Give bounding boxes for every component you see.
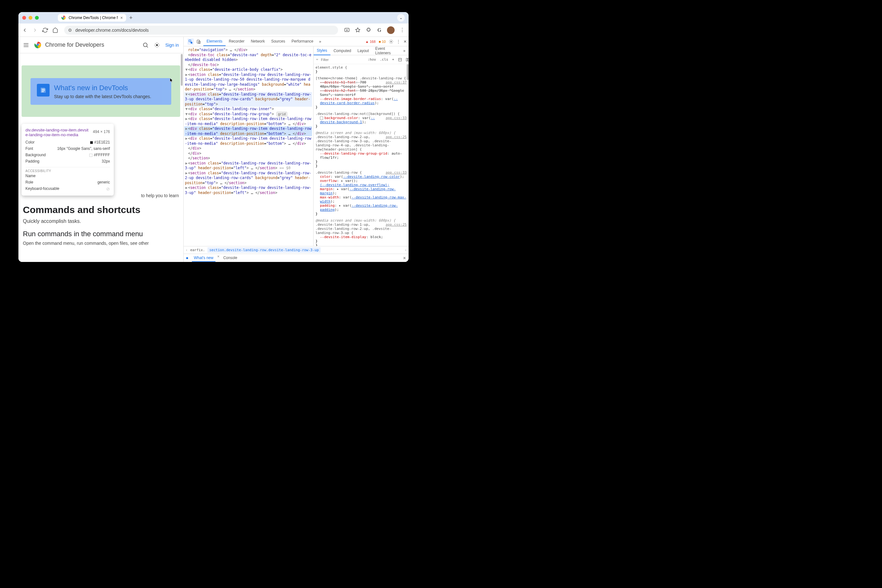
inspector-tooltip: div.devsite-landing-row-item.devsite-lan… <box>22 124 114 196</box>
styles-filter-row: ⫧ :hov .cls + <box>314 55 409 64</box>
styles-more-tabs-icon[interactable]: » <box>400 46 409 55</box>
site-brand[interactable]: Chrome for Developers <box>34 41 104 49</box>
google-account-icon[interactable]: G <box>376 27 383 33</box>
svg-rect-15 <box>406 58 407 61</box>
devtools-tab-recorder[interactable]: Recorder <box>225 37 248 46</box>
menu-icon[interactable]: ⋮ <box>399 27 406 33</box>
tabs-dropdown-button[interactable]: ⌄ <box>397 14 405 22</box>
breadcrumb-prev[interactable]: earfix. <box>188 248 207 253</box>
whatsnew-subtitle: Stay up to date with the latest DevTools… <box>54 94 151 99</box>
dom-node[interactable]: ▶<section class="devsite-landing-row dev… <box>184 161 312 171</box>
search-icon[interactable] <box>142 42 149 48</box>
styles-tab-computed[interactable]: Computed <box>331 46 354 55</box>
styles-rules[interactable]: element.style {}[theme=chrome-theme] .de… <box>314 64 409 246</box>
rendering-icon[interactable] <box>405 57 409 62</box>
tooltip-selector: div.devsite-landing-row-item.devsite-lan… <box>26 128 89 137</box>
tt-font-label: Font <box>26 146 33 151</box>
elements-breadcrumb: ‹ earfix. section.devsite-landing-row.de… <box>184 246 409 254</box>
whatsnew-card[interactable]: What's new in DevTools Stay up to date w… <box>22 65 180 117</box>
elements-tree[interactable]: role="navigation"> … </div> <devsite-toc… <box>184 46 313 246</box>
dom-node[interactable]: ▶<section class="devsite-landing-row dev… <box>184 72 312 92</box>
devtools-tab-sources[interactable]: Sources <box>268 37 288 46</box>
maximize-window-button[interactable] <box>35 16 39 20</box>
extensions-icon[interactable] <box>365 27 372 33</box>
drawer-tab-what-s-new[interactable]: What's new <box>192 254 215 262</box>
document-icon <box>37 84 50 96</box>
dom-node[interactable]: ▶<div class="devsite-landing-row-item de… <box>184 126 312 136</box>
back-button[interactable] <box>22 27 28 33</box>
breadcrumb-scroll-right-icon[interactable]: › <box>404 248 407 252</box>
tt-bg-value: #FFFFFF <box>94 153 110 157</box>
devtools-tab-network[interactable]: Network <box>248 37 268 46</box>
hov-toggle[interactable]: :hov <box>367 57 377 62</box>
computed-toggle-icon[interactable] <box>397 57 403 62</box>
styles-filter-input[interactable] <box>321 58 365 62</box>
browser-tab[interactable]: Chrome DevTools | Chrome f × <box>58 14 126 22</box>
inspect-element-icon[interactable] <box>188 38 194 45</box>
forward-button[interactable] <box>32 27 38 33</box>
styles-tab-styles[interactable]: Styles <box>314 46 331 55</box>
more-tabs-icon[interactable]: » <box>317 39 323 44</box>
page-scrollbar[interactable] <box>181 54 183 86</box>
new-rule-icon[interactable]: + <box>391 57 395 62</box>
profile-avatar[interactable] <box>387 26 395 34</box>
error-count[interactable]: ▲168 <box>365 40 376 44</box>
signin-link[interactable]: Sign in <box>165 42 179 48</box>
dom-node[interactable]: ▼<div class="devsite-landing-row-group">… <box>184 112 312 117</box>
close-tab-icon[interactable]: × <box>120 15 123 20</box>
site-header: Chrome for Developers Sign in <box>18 37 183 53</box>
svg-point-13 <box>391 41 392 42</box>
breadcrumb-scroll-left-icon[interactable]: ‹ <box>186 248 188 252</box>
minimize-window-button[interactable] <box>29 16 32 20</box>
theme-toggle-icon[interactable] <box>154 42 160 48</box>
reload-button[interactable] <box>42 27 48 33</box>
url-bar[interactable]: ⚙ developer.chrome.com/docs/devtools <box>64 26 338 34</box>
site-settings-icon[interactable]: ⚙ <box>68 28 72 33</box>
device-toggle-icon[interactable] <box>196 39 201 44</box>
page-h1: Commands and shortcuts <box>23 204 179 215</box>
dom-node[interactable]: </div> <box>184 146 312 151</box>
page-pane: Chrome for Developers Sign in <box>18 37 184 262</box>
styles-scrollbar[interactable] <box>407 64 409 80</box>
tooltip-dimensions: 494 × 176 <box>93 129 110 134</box>
dom-node[interactable]: ▼<section class="devsite-landing-row dev… <box>184 92 312 107</box>
styles-panel: StylesComputedLayoutEvent Listeners» ⫧ :… <box>313 46 409 246</box>
dom-node[interactable]: ▶<section class="devsite-landing-row dev… <box>184 171 312 186</box>
settings-icon[interactable] <box>389 39 393 44</box>
devtools-tab-elements[interactable]: Elements <box>203 37 225 46</box>
chrome-logo-icon <box>34 41 42 49</box>
dom-node[interactable]: ▼<div class="devsite-article-body clearf… <box>184 67 312 72</box>
cls-toggle[interactable]: .cls <box>379 57 389 62</box>
breadcrumb-active[interactable]: section.devsite-landing-row.devsite-land… <box>207 248 321 253</box>
home-button[interactable] <box>52 27 59 33</box>
devtools-tab-performance[interactable]: Performance <box>288 37 317 46</box>
styles-tab-layout[interactable]: Layout <box>354 46 372 55</box>
dom-node[interactable]: ▶<section class="devsite-landing-row dev… <box>184 185 312 195</box>
dom-node[interactable]: ▶<div class="devsite-landing-row-item de… <box>184 117 312 126</box>
drawer-close-icon[interactable]: ✕ <box>403 256 406 260</box>
close-window-button[interactable] <box>22 16 26 20</box>
dom-node[interactable]: <devsite-toc class="devsite-nav" depth="… <box>184 53 312 63</box>
dom-node[interactable]: </devsite-toc> <box>184 63 312 68</box>
dom-node[interactable]: </div> <box>184 151 312 156</box>
drawer-tab-console[interactable]: Console <box>221 254 239 262</box>
devtools-menu-icon[interactable]: ⋮ <box>397 39 400 44</box>
dom-node[interactable]: </section> <box>184 156 312 161</box>
devtools-body: role="navigation"> … </div> <devsite-toc… <box>184 46 409 246</box>
svg-rect-10 <box>189 40 191 42</box>
bookmark-icon[interactable] <box>355 27 361 33</box>
page-h2: Run commands in the command menu <box>23 230 179 238</box>
tt-name-label: Name <box>26 174 36 178</box>
devtools-close-icon[interactable]: ✕ <box>404 39 407 44</box>
warning-count[interactable]: ■10 <box>379 40 386 44</box>
drawer-tab-close-icon[interactable]: × <box>217 254 219 262</box>
dom-node[interactable]: ▶<div class="devsite-landing-row-item de… <box>184 136 312 146</box>
dom-node[interactable]: ▼<div class="devsite-landing-row-inner"> <box>184 106 312 112</box>
svg-point-6 <box>156 44 158 46</box>
install-app-icon[interactable] <box>344 27 350 33</box>
styles-tabs: StylesComputedLayoutEvent Listeners» <box>314 46 409 55</box>
color-swatch-icon <box>90 141 93 144</box>
dom-node[interactable]: role="navigation"> … </div> <box>184 48 312 53</box>
hamburger-icon[interactable] <box>23 42 29 48</box>
new-tab-button[interactable]: + <box>129 15 133 21</box>
